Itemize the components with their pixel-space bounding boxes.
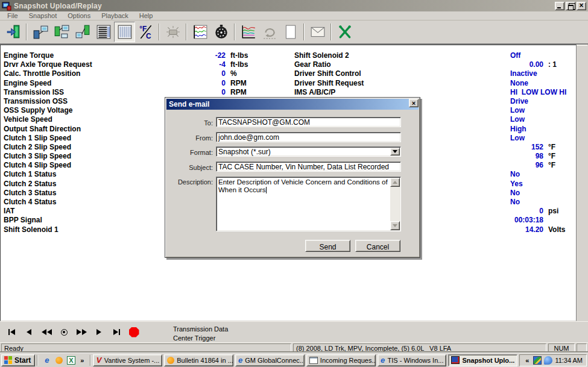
to-label: To: <box>168 119 213 127</box>
menu-item[interactable]: Help <box>134 11 159 20</box>
param-unit-left: % <box>230 69 237 78</box>
data-list-horizontal-icon[interactable] <box>93 22 114 42</box>
center-trigger-button[interactable] <box>57 327 71 337</box>
param-label-left: Clutch 2 Slip Speed <box>4 143 71 151</box>
chevron-right-icon[interactable]: » <box>78 357 86 364</box>
param-label-left: BPP Signal <box>4 216 42 224</box>
line-graph-icon[interactable] <box>238 22 259 42</box>
toolbar-separator <box>159 24 160 40</box>
send-button[interactable]: Send <box>305 240 350 252</box>
messenger-tray-icon[interactable] <box>544 356 552 365</box>
data-row[interactable]: Engine Torque -22 ft-lbs Shift Solenoid … <box>1 51 576 60</box>
param-label-left: Engine Torque <box>4 51 54 60</box>
rewind-button[interactable] <box>40 327 53 337</box>
format-dropdown[interactable]: Snapshot (*.sur) <box>216 146 401 157</box>
cancel-button[interactable]: Cancel <box>355 240 400 252</box>
data-list-vertical-icon[interactable] <box>114 22 135 42</box>
dashboard-disabled-icon <box>162 22 183 42</box>
data-row[interactable]: Transmission ISS 0 RPM IMS A/B/C/P HI LO… <box>1 88 576 97</box>
param-value-right: 98 <box>488 152 543 160</box>
param-label-left: Engine Speed <box>4 79 51 87</box>
param-label-left: Shift Solenoid 1 <box>4 225 58 234</box>
param-unit-left: RPM <box>230 79 247 87</box>
send-email-icon[interactable] <box>307 22 328 42</box>
excel-icon[interactable] <box>66 356 75 365</box>
param-value-right: No <box>510 198 520 206</box>
from-field[interactable]: john.doe@gm.com <box>216 132 401 142</box>
toolbar: °FC <box>0 20 588 45</box>
menu-item[interactable]: Snapshot <box>24 11 62 20</box>
orange-app-icon[interactable] <box>54 356 63 365</box>
param-unit-right: Volts <box>548 225 565 234</box>
record-stop-icon <box>129 327 139 337</box>
param-unit-right: °F <box>548 143 555 151</box>
param-unit-right: psi <box>548 207 558 215</box>
param-label-left: Clutch 3 Slip Speed <box>4 152 71 160</box>
dialog-close-icon[interactable]: × <box>409 99 419 107</box>
param-value-left: 0 <box>162 79 226 87</box>
internet-explorer-icon[interactable] <box>42 356 51 365</box>
fast-forward-button[interactable] <box>75 327 88 337</box>
data-row[interactable]: Drvr Axle Torque Request -4 ft-lbs Gear … <box>1 60 576 69</box>
toolbar-separator <box>303 24 305 40</box>
upload-from-vehicle-icon[interactable] <box>30 22 51 42</box>
param-value-right: High <box>510 125 526 133</box>
exit-icon[interactable] <box>2 22 24 42</box>
scroll-down-icon[interactable] <box>390 221 400 230</box>
taskbar-task-button[interactable]: Incoming Reques... <box>306 354 376 366</box>
menu-bar: File Snapshot Options Playback Help <box>0 11 588 20</box>
network-map-tray-icon[interactable] <box>533 356 542 365</box>
gauge-icon[interactable] <box>210 22 232 42</box>
new-page-icon[interactable] <box>280 22 301 42</box>
taskbar-task-button[interactable]: GM GlobalConnec... <box>235 354 305 366</box>
toolbar-separator <box>234 24 235 40</box>
subject-label: Subject: <box>168 164 213 171</box>
restore-icon[interactable] <box>566 2 575 10</box>
setup-tools-icon[interactable] <box>334 22 355 42</box>
chevron-left-icon[interactable]: « <box>523 357 531 364</box>
close-icon[interactable] <box>577 2 586 10</box>
taskbar-task-button[interactable]: Snapshot Uplo... <box>448 354 517 366</box>
trigger-info: Transmission Data Center Trigger <box>173 325 228 343</box>
param-value-left: 0 <box>162 88 226 96</box>
description-field[interactable]: Enter Description of Vehicle Concern and… <box>216 177 401 231</box>
param-label-left: Clutch 2 Status <box>4 180 56 188</box>
taskbar-task-button[interactable]: Bulletin 41864 in ... <box>164 354 233 366</box>
quick-launch: » <box>40 356 88 365</box>
play-button[interactable] <box>92 327 106 337</box>
to-field[interactable]: TACSNAPSHOT@GM.COM <box>216 117 401 127</box>
replay-disabled-icon <box>259 22 280 42</box>
scroll-up-icon[interactable] <box>390 178 400 187</box>
description-label: Description: <box>168 178 213 186</box>
data-row[interactable]: Calc. Throttle Position 0 % Driver Shift… <box>1 69 576 78</box>
task-label: Vantive System -... <box>104 357 160 364</box>
transfer-to-pc-icon[interactable] <box>51 22 72 42</box>
window-title: Snapshot Upload/Replay <box>14 2 102 10</box>
go-to-end-button[interactable] <box>110 327 123 337</box>
step-back-button[interactable] <box>22 327 36 337</box>
strip-chart-icon[interactable] <box>189 22 210 42</box>
subject-field[interactable]: TAC CASE Number, Vin Number, Data List R… <box>216 162 401 172</box>
description-scrollbar[interactable] <box>390 178 400 230</box>
menu-item[interactable]: Options <box>62 11 96 20</box>
data-row[interactable]: Engine Speed 0 RPM Driver Shift Request … <box>1 79 576 88</box>
fahrenheit-celsius-toggle-icon[interactable]: °FC <box>135 22 156 42</box>
minimize-icon[interactable] <box>555 2 564 10</box>
menu-item[interactable]: File <box>2 11 24 20</box>
taskbar-task-button[interactable]: TIS - Windows In... <box>378 354 447 366</box>
playback-bar: Transmission Data Center Trigger Range (… <box>0 321 588 342</box>
menu-item[interactable]: Playback <box>96 11 134 20</box>
go-to-start-button[interactable] <box>5 327 18 337</box>
param-label-left: IAT <box>4 207 14 215</box>
toolbar-separator <box>330 24 332 40</box>
transfer-to-device-icon[interactable] <box>72 22 93 42</box>
dialog-titlebar[interactable]: Send e-mail <box>166 99 419 110</box>
start-button[interactable]: Start <box>1 354 35 366</box>
clock[interactable]: 11:34 AM <box>555 357 583 364</box>
status-grip <box>577 343 587 352</box>
taskbar-task-button[interactable]: Vantive System -... <box>93 354 162 366</box>
param-value-right: Off <box>510 51 520 60</box>
format-value: Snapshot (*.sur) <box>218 148 271 156</box>
record-button[interactable] <box>127 327 141 337</box>
chevron-down-icon[interactable] <box>390 148 400 155</box>
